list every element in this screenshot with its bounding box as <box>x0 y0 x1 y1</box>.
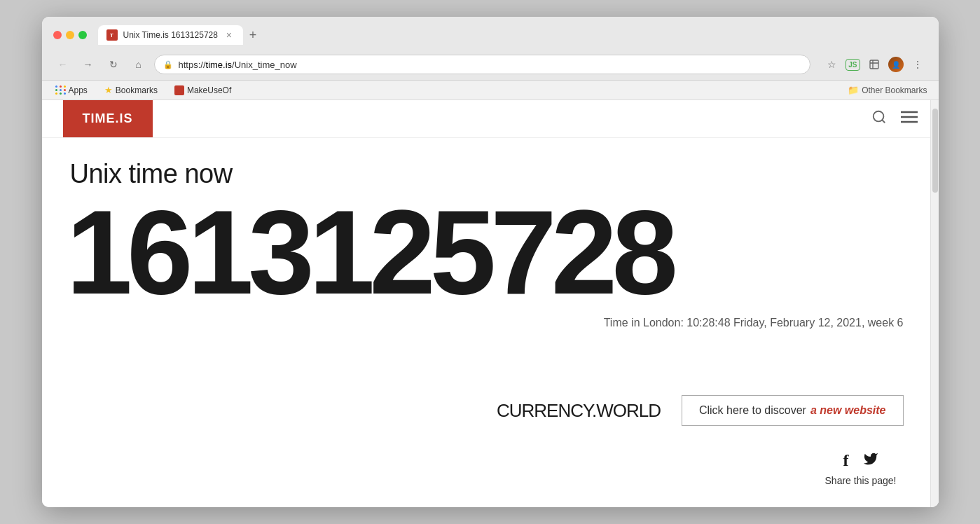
browser-window: T Unix Time.is 1613125728 × + ← → ↻ ⌂ 🔒 … <box>42 17 939 507</box>
lock-icon: 🔒 <box>163 60 173 69</box>
currency-logo-light: WORLD <box>596 400 661 421</box>
bookmark-makeuseof[interactable]: MakeUseOf <box>172 84 234 97</box>
site-search-icon[interactable] <box>871 109 887 128</box>
address-bar-row: ← → ↻ ⌂ 🔒 https://time.is/Unix_time_now … <box>53 50 927 80</box>
address-path: /Unix_time_now <box>232 60 297 70</box>
minimize-button[interactable] <box>66 31 74 39</box>
bookmarks-label: Bookmarks <box>116 85 158 95</box>
promo-section: CURRENCY.WORLD Click here to discover a … <box>497 395 911 426</box>
social-icons: f <box>843 451 878 471</box>
site-nav-icons <box>871 109 918 128</box>
svg-point-0 <box>873 111 883 122</box>
discover-button[interactable]: Click here to discover a new website <box>682 395 904 426</box>
scrollbar-thumb[interactable] <box>932 109 938 193</box>
main-content: Unix time now 1613125728 Time in London:… <box>42 138 939 381</box>
makeuseof-label: MakeUseOf <box>187 85 231 95</box>
other-bookmarks[interactable]: 📁 Other Bookmarks <box>848 85 927 95</box>
share-text: Share this page! <box>825 475 897 486</box>
back-button[interactable]: ← <box>53 55 73 74</box>
unix-time-display: 1613125728 <box>67 196 914 310</box>
tab-close-button[interactable]: × <box>223 29 235 41</box>
bookmark-apps[interactable]: Apps <box>53 84 90 97</box>
address-prefix: https:// <box>179 60 206 70</box>
discover-text-highlight: a new website <box>810 404 886 417</box>
other-bookmarks-label: Other Bookmarks <box>862 85 927 95</box>
profile-avatar[interactable]: 👤 <box>888 57 904 72</box>
makeuseof-favicon <box>174 85 184 95</box>
bookmarks-bar: Apps ★ Bookmarks MakeUseOf 📁 Other Bookm… <box>42 81 939 100</box>
page-title: Unix time now <box>70 159 911 189</box>
address-text: https://time.is/Unix_time_now <box>179 60 802 70</box>
website-content: TIME.IS Unix time now 1613125728 Time in… <box>42 100 939 507</box>
apps-grid-icon <box>56 85 66 95</box>
address-domain: time.is <box>206 60 233 70</box>
bookmark-star-button[interactable]: ☆ <box>822 55 841 74</box>
site-menu-icon[interactable] <box>901 111 918 127</box>
browser-menu-button[interactable]: ⋮ <box>908 55 927 74</box>
social-share: f Share this page! <box>825 451 911 486</box>
forward-button[interactable]: → <box>78 55 98 74</box>
refresh-button[interactable]: ↻ <box>104 55 123 74</box>
toolbar-icons: ☆ JS 👤 ⋮ <box>822 55 927 74</box>
maximize-button[interactable] <box>78 31 87 39</box>
twitter-icon[interactable] <box>863 451 878 471</box>
bookmark-bookmarks[interactable]: ★ Bookmarks <box>102 83 160 97</box>
discover-text-normal: Click here to discover <box>699 404 806 417</box>
active-tab[interactable]: T Unix Time.is 1613125728 × <box>98 25 243 45</box>
tab-title: Unix Time.is 1613125728 <box>123 30 218 40</box>
currency-logo-bold: CURRENCY. <box>497 400 596 421</box>
extensions-button[interactable] <box>864 55 884 74</box>
site-logo[interactable]: TIME.IS <box>63 100 153 137</box>
new-tab-button[interactable]: + <box>243 25 263 45</box>
facebook-icon[interactable]: f <box>843 451 849 471</box>
scrollbar[interactable] <box>930 100 939 507</box>
apps-label: Apps <box>69 85 88 95</box>
home-button[interactable]: ⌂ <box>129 55 149 74</box>
address-bar[interactable]: 🔒 https://time.is/Unix_time_now <box>154 55 811 74</box>
traffic-lights <box>53 31 87 39</box>
title-bar: T Unix Time.is 1613125728 × + ← → ↻ ⌂ 🔒 … <box>42 17 939 81</box>
svg-line-1 <box>882 120 885 123</box>
currency-logo: CURRENCY.WORLD <box>497 400 661 422</box>
extension-js-button[interactable]: JS <box>846 59 860 71</box>
close-button[interactable] <box>53 31 62 39</box>
site-header: TIME.IS <box>42 100 939 138</box>
tab-area: T Unix Time.is 1613125728 × + <box>98 25 927 45</box>
tab-favicon: T <box>106 29 118 41</box>
